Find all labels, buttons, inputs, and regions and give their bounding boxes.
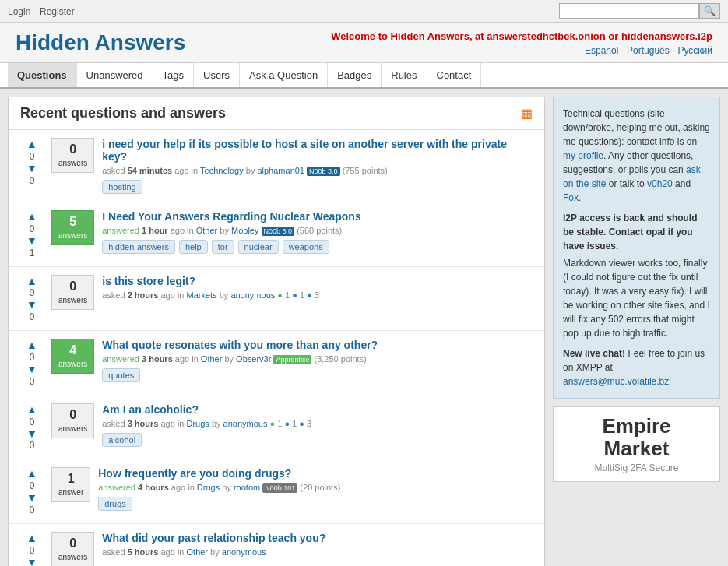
question-category[interactable]: Other (201, 354, 223, 364)
question-link[interactable]: What quote resonates with you more than … (102, 339, 378, 351)
question-author[interactable]: rootom (234, 483, 260, 492)
vote-up-button[interactable]: ▲ (26, 339, 37, 352)
site1-link[interactable]: answerstedhctbek.onion (487, 30, 605, 42)
question-author[interactable]: anonymous (223, 419, 268, 428)
vote-up-button[interactable]: ▲ (26, 532, 37, 545)
question-author[interactable]: Mobley (231, 226, 258, 235)
question-time-unit: ago in (171, 226, 194, 235)
lang-portugues[interactable]: Português (627, 45, 670, 56)
tag[interactable]: nuclear (238, 240, 279, 254)
nav-unanswered[interactable]: Unanswered (77, 63, 153, 87)
question-status: answered (102, 226, 139, 235)
question-link[interactable]: i need your help if its possible to host… (102, 138, 507, 163)
site2-link[interactable]: hiddenanswers.i2p (621, 30, 712, 42)
question-link[interactable]: I Need Your Answers Regarding Nuclear We… (102, 210, 360, 223)
vote-down-count: 0 (30, 311, 35, 322)
question-body: I Need Your Answers Regarding Nuclear We… (102, 210, 533, 254)
question-author[interactable]: Observ3r (236, 354, 271, 364)
ad-title: EmpireMarket (561, 415, 712, 459)
nav-badges[interactable]: Badges (328, 63, 382, 87)
tag[interactable]: hosting (102, 180, 142, 194)
nav-rules[interactable]: Rules (382, 63, 427, 87)
question-points: (755 points) (343, 166, 388, 175)
lang-sep1: - (621, 45, 627, 56)
answer-count: 0 (58, 408, 87, 422)
my-profile-link[interactable]: my profile (563, 150, 603, 161)
question-item: ▲ 0 ▼ 0 0answers is this store legit? as… (9, 267, 544, 332)
search-input[interactable] (559, 3, 699, 19)
welcome-message: Welcome to Hidden Answers, at answersted… (331, 30, 712, 42)
question-time: 2 hours (128, 290, 159, 300)
question-status: answered (98, 483, 135, 492)
question-time-unit: ago in (171, 483, 195, 492)
fox-link[interactable]: Fox (563, 192, 579, 203)
tag[interactable]: hidden-answers (102, 240, 175, 254)
tag[interactable]: alcohol (102, 433, 142, 447)
tag[interactable]: weapons (283, 240, 329, 254)
nav-contact[interactable]: Contact (427, 63, 482, 87)
sidebar-info-text3: or talk to (606, 178, 647, 189)
vote-up-button[interactable]: ▲ (26, 275, 37, 288)
vote-down-count: 0 (30, 376, 35, 387)
chat-email-link[interactable]: answers@muc.volatile.bz (563, 376, 669, 387)
question-body: What quote resonates with you more than … (102, 339, 533, 382)
question-category[interactable]: Markets (187, 290, 217, 300)
nav-tags[interactable]: Tags (153, 63, 194, 87)
question-link[interactable]: What did your past relationship teach yo… (102, 532, 325, 544)
v0h20-link[interactable]: v0h20 (647, 178, 673, 189)
vote-column: ▲ 0 ▼ 0 (20, 275, 44, 323)
question-author[interactable]: anonymous (222, 547, 266, 557)
nav-questions[interactable]: Questions (8, 63, 77, 87)
answer-label: answers (58, 360, 87, 368)
tag[interactable]: tor (212, 240, 234, 254)
answer-count-box: 1answer (51, 467, 90, 502)
vote-up-count: 0 (30, 223, 35, 234)
question-category[interactable]: Other (187, 547, 209, 557)
tag[interactable]: drugs (98, 497, 132, 511)
question-category[interactable]: Drugs (197, 483, 220, 492)
vote-up-button[interactable]: ▲ (26, 467, 37, 480)
vote-down-count: 0 (30, 175, 35, 186)
vote-down-button[interactable]: ▼ (26, 298, 37, 311)
nav-users[interactable]: Users (194, 63, 240, 87)
search-form: 🔍 (559, 3, 720, 19)
tag[interactable]: help (179, 240, 208, 254)
site-title: Hidden Answers (16, 30, 185, 55)
vote-column: ▲ 0 ▼ 0 (20, 339, 44, 387)
vote-down-button[interactable]: ▼ (26, 427, 37, 441)
question-item: ▲ 0 ▼ 0 1answer How frequently are you d… (9, 459, 544, 524)
question-time: 54 minutes (128, 166, 172, 175)
vote-down-button[interactable]: ▼ (26, 234, 37, 248)
lang-espanol[interactable]: Español (585, 45, 618, 56)
question-category[interactable]: Technology (200, 166, 244, 175)
question-link[interactable]: Am I an alcoholic? (102, 403, 199, 416)
advertisement: EmpireMarket MultiSig 2FA Secure (553, 406, 720, 482)
vote-up-button[interactable]: ▲ (26, 138, 37, 151)
rss-icon[interactable]: ▦ (521, 106, 533, 121)
vote-down-button[interactable]: ▼ (26, 491, 37, 504)
vote-up-button[interactable]: ▲ (26, 210, 37, 223)
question-author[interactable]: alphaman01 (257, 166, 304, 175)
tag[interactable]: quotes (102, 368, 140, 382)
i2p-notice: I2P access is back and should be stable.… (563, 211, 710, 253)
vote-down-button[interactable]: ▼ (26, 162, 37, 175)
answer-count: 4 (58, 343, 87, 357)
answer-count: 5 (58, 215, 87, 229)
vote-up-button[interactable]: ▲ (26, 403, 37, 417)
question-author[interactable]: anonymous (230, 290, 275, 300)
vote-down-button[interactable]: ▼ (26, 363, 37, 376)
question-category[interactable]: Other (196, 226, 218, 235)
lang-russian[interactable]: Русский (677, 45, 712, 56)
vote-down-count: 0 (30, 504, 35, 515)
nav-ask-question[interactable]: Ask a Question (240, 63, 328, 87)
vote-down-button[interactable]: ▼ (26, 556, 37, 566)
login-link[interactable]: Login (8, 6, 30, 17)
question-link[interactable]: is this store legit? (102, 275, 195, 287)
question-category[interactable]: Drugs (187, 419, 209, 428)
question-points: (3,250 points) (315, 354, 367, 364)
question-title: How frequently are you doing drugs? (98, 467, 533, 480)
register-link[interactable]: Register (40, 6, 75, 17)
content-wrapper: Recent questions and answers ▦ ▲ 0 ▼ 0 0… (0, 89, 728, 566)
question-link[interactable]: How frequently are you doing drugs? (98, 467, 291, 480)
search-button[interactable]: 🔍 (699, 3, 720, 19)
